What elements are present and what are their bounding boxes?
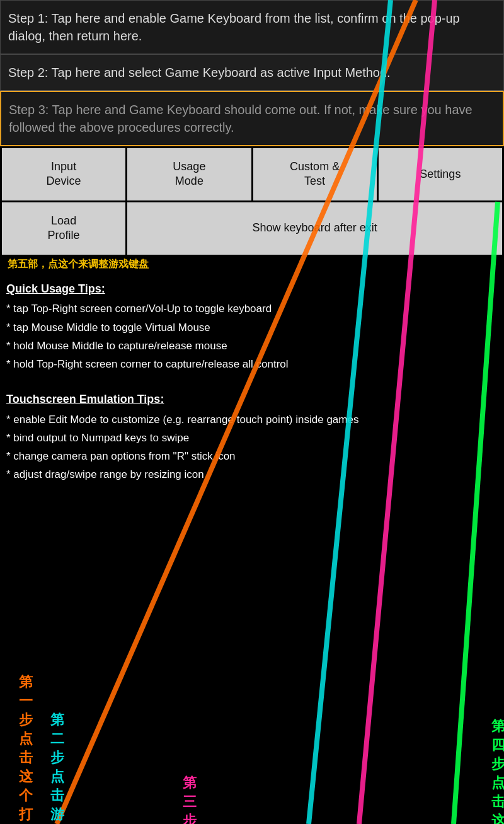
touch-tip-1: * enable Edit Mode to customize (e.g. re… (6, 411, 498, 428)
quick-tip-4: * hold Top-Right screen corner to captur… (6, 356, 498, 373)
touch-tips-heading: Touchscreen Emulation Tips: (6, 390, 498, 409)
quick-tip-3: * hold Mouse Middle to capture/release m… (6, 337, 498, 354)
step-2-section[interactable]: Step 2: Tap here and select Game Keyboar… (0, 54, 504, 91)
tips-section: Quick Usage Tips: * tap Top-Right screen… (0, 272, 504, 492)
load-profile-button[interactable]: Load Profile (2, 202, 125, 255)
quick-tip-1: * tap Top-Right screen corner/Vol-Up to … (6, 300, 498, 317)
touch-tip-3: * change camera pan options from "R" sti… (6, 448, 498, 465)
settings-button[interactable]: Settings (379, 148, 502, 200)
input-device-button[interactable]: Input Device (2, 148, 125, 200)
touch-tip-2: * bind output to Numpad keys to swipe (6, 429, 498, 446)
quick-tip-2: * tap Mouse Middle to toggle Virtual Mou… (6, 319, 498, 336)
custom-test-button[interactable]: Custom & Test (253, 148, 377, 200)
yellow-label-area: 第五部，点这个来调整游戏键盘 (0, 257, 504, 272)
usage-mode-button[interactable]: Usage Mode (127, 148, 251, 200)
step5-annotation-inline: 第五部，点这个来调整游戏键盘 (4, 257, 152, 270)
button-grid: Input Device Usage Mode Custom & Test Se… (0, 146, 504, 257)
step-2-text: Step 2: Tap here and select Game Keyboar… (8, 66, 391, 79)
show-keyboard-button[interactable]: Show keyboard after exit (127, 202, 502, 255)
step-1-section[interactable]: Step 1: Tap here and enable Game Keyboar… (0, 0, 504, 54)
step-1-text: Step 1: Tap here and enable Game Keyboar… (8, 11, 460, 43)
quick-tips-heading: Quick Usage Tips: (6, 280, 498, 298)
step-3-section[interactable]: Step 3: Tap here and Game Keyboard shoul… (0, 91, 504, 146)
step-3-text: Step 3: Tap here and Game Keyboard shoul… (9, 103, 472, 134)
touch-tip-4: * adjust drag/swipe range by resizing ic… (6, 466, 498, 483)
